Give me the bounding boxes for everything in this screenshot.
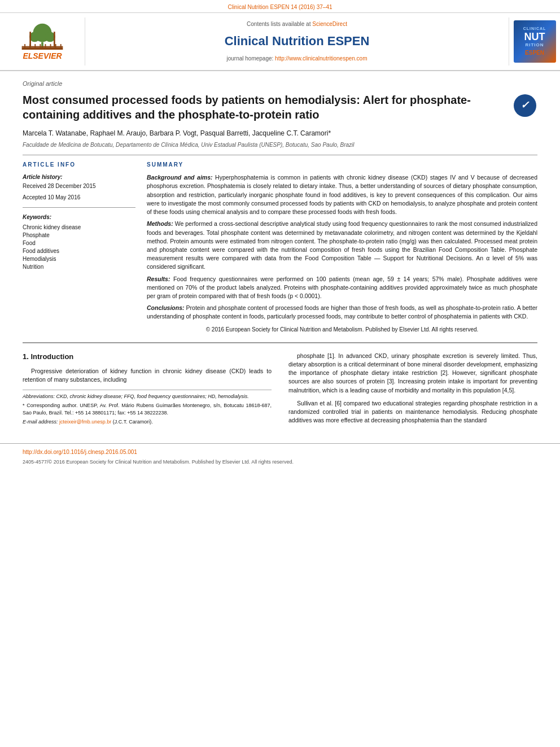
accepted-date: Accepted 10 May 2016 — [23, 194, 135, 202]
keyword-hemodialysis: Hemodialysis — [23, 255, 135, 263]
svg-rect-7 — [22, 46, 63, 47]
doi-link[interactable]: http://dx.doi.org/10.1016/j.clnesp.2016.… — [23, 448, 537, 456]
homepage-link[interactable]: http://www.clinicalnutritionespen.com — [275, 55, 367, 62]
body-col-right: phosphate [1]. In advanced CKD, urinary … — [288, 352, 537, 430]
methods-text: We performed a cross-sectional descripti… — [147, 220, 537, 270]
journal-badge: CLINICAL NUT RITION ESPEN — [514, 20, 556, 63]
svg-rect-12 — [45, 44, 46, 48]
results-text: Food frequency questionnaires were perfo… — [147, 276, 537, 299]
footnote-section: Abbreviations: CKD, chronic kidney disea… — [23, 390, 272, 426]
svg-rect-8 — [24, 44, 25, 48]
history-label: Article history: — [23, 173, 135, 181]
background-label: Background and aims: — [147, 174, 213, 181]
elsevier-wordmark: ELSEVIER — [23, 51, 62, 62]
methods-label: Methods: — [147, 220, 173, 227]
badge-main-text: NUT — [524, 32, 545, 42]
summary-column: SUMMARY Background and aims: Hyperphosph… — [147, 161, 537, 334]
results-label: Results: — [147, 276, 170, 282]
article-title: Most consumed processed foods by patient… — [23, 93, 504, 122]
keyword-food-additives: Food additives — [23, 247, 135, 255]
keyword-ckd: Chronic kidney disease — [23, 224, 135, 231]
svg-rect-4 — [22, 47, 63, 50]
email-footnote: E-mail address: jcteixeir@fmb.unesp.br (… — [23, 418, 272, 426]
sciencedirect-link[interactable]: ScienceDirect — [312, 21, 347, 27]
page-wrapper: Clinical Nutrition ESPEN 14 (2016) 37–41 — [0, 0, 560, 470]
divider-top — [23, 155, 537, 155]
keyword-food: Food — [23, 239, 135, 247]
body-section: 1. Introduction Progressive deterioratio… — [23, 352, 537, 430]
journal-homepage: journal homepage: http://www.clinicalnut… — [226, 55, 367, 63]
journal-top-bar: Clinical Nutrition ESPEN 14 (2016) 37–41 — [0, 0, 560, 13]
info-divider — [23, 207, 135, 208]
header-right: CLINICAL NUT RITION ESPEN — [509, 18, 560, 65]
email-suffix: (J.C.T. Caramori). — [113, 419, 153, 425]
elsevier-logo: ELSEVIER — [20, 21, 65, 62]
page-footer: http://dx.doi.org/10.1016/j.clnesp.2016.… — [0, 443, 560, 470]
crossmark-badge[interactable]: ✓ — [512, 93, 537, 118]
badge-sub-text: RITION — [525, 42, 544, 48]
intro-right-paragraph-1: phosphate [1]. In advanced CKD, urinary … — [288, 352, 537, 395]
svg-rect-6 — [54, 32, 55, 47]
svg-rect-14 — [55, 44, 56, 48]
corresponding-footnote: * Corresponding author. UNESP, Av. Prof.… — [23, 402, 272, 417]
received-date: Received 28 December 2015 — [23, 182, 135, 190]
journal-name: Clinical Nutrition ESPEN — [225, 33, 370, 50]
article-title-row: Most consumed processed foods by patient… — [23, 93, 537, 122]
journal-header: ELSEVIER Contents lists available at Sci… — [0, 13, 560, 71]
copyright-text: © 2016 European Society for Clinical Nut… — [147, 326, 537, 334]
affiliation: Faculdade de Medicina de Botucatu, Depar… — [23, 141, 537, 149]
keywords-label: Keywords: — [23, 213, 135, 221]
header-left: ELSEVIER — [0, 18, 85, 65]
intro-left-paragraph: Progressive deterioration of kidney func… — [23, 367, 272, 384]
article-content: Original article Most consumed processed… — [0, 71, 560, 438]
body-col-left: 1. Introduction Progressive deterioratio… — [23, 352, 272, 430]
summary-heading: SUMMARY — [147, 161, 537, 169]
email-link[interactable]: jcteixeir@fmb.unesp.br — [59, 419, 111, 425]
svg-rect-15 — [60, 44, 62, 48]
journal-citation: Clinical Nutrition ESPEN 14 (2016) 37–41 — [228, 4, 332, 10]
badge-espen-text: ESPEN — [525, 49, 544, 57]
svg-rect-11 — [40, 44, 41, 48]
intro-right-paragraph-2: Sullivan et al. [6] compared two educati… — [288, 399, 537, 425]
keyword-phosphate: Phosphate — [23, 231, 135, 239]
intro-heading: 1. Introduction — [23, 352, 272, 362]
authors: Marcela T. Watanabe, Raphael M. Araujo, … — [23, 129, 537, 138]
article-info-heading: ARTICLE INFO — [23, 161, 135, 169]
abbreviations-footnote: Abbreviations: CKD, chronic kidney disea… — [23, 393, 272, 400]
elsevier-tree-icon — [20, 21, 65, 50]
svg-rect-9 — [29, 44, 30, 48]
summary-results: Results: Food frequency questionnaires w… — [147, 275, 537, 301]
contents-line: Contents lists available at ScienceDirec… — [247, 20, 347, 28]
footer-license: 2405-4577/© 2016 European Society for Cl… — [23, 458, 537, 466]
svg-rect-13 — [50, 44, 51, 48]
crossmark-icon: ✓ — [514, 94, 536, 117]
keyword-nutrition: Nutrition — [23, 263, 135, 271]
two-col-section: ARTICLE INFO Article history: Received 2… — [23, 161, 537, 334]
conclusions-label: Conclusions: — [147, 304, 185, 311]
header-center: Contents lists available at ScienceDirec… — [85, 18, 509, 65]
article-info-column: ARTICLE INFO Article history: Received 2… — [23, 161, 135, 334]
email-label: E-mail address: — [23, 419, 58, 425]
svg-rect-10 — [34, 44, 36, 48]
summary-conclusions: Conclusions: Protein and phosphate conte… — [147, 304, 537, 321]
conclusions-text: Protein and phosphate content of process… — [147, 304, 537, 320]
article-type: Original article — [23, 80, 537, 88]
summary-background: Background and aims: Hyperphosphatemia i… — [147, 173, 537, 216]
summary-methods: Methods: We performed a cross-sectional … — [147, 220, 537, 271]
lower-divider — [23, 342, 537, 343]
